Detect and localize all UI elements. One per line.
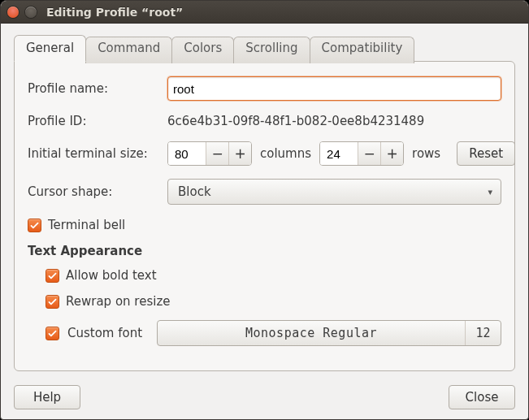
help-button[interactable]: Help [14, 385, 80, 409]
terminal-bell-label: Terminal bell [48, 218, 125, 232]
close-button[interactable]: Close [449, 385, 515, 409]
columns-stepper[interactable]: − + [167, 141, 252, 166]
allow-bold-checkbox[interactable] [46, 269, 59, 283]
rows-decrement[interactable]: − [358, 142, 380, 165]
tab-colors[interactable]: Colors [171, 37, 234, 63]
dialog-footer: Help Close [14, 377, 515, 409]
columns-increment[interactable]: + [228, 142, 251, 165]
tabs: General Command Colors Scrolling Compati… [14, 35, 515, 371]
titlebar: Editing Profile “root” [1, 1, 528, 24]
rewrap-label: Rewrap on resize [66, 294, 171, 309]
rows-label: rows [412, 146, 440, 161]
allow-bold-label: Allow bold text [66, 268, 157, 283]
rows-stepper[interactable]: − + [319, 141, 404, 166]
cursor-shape-value: Block [178, 184, 211, 199]
custom-font-name: Monospace Regular [158, 326, 465, 340]
tab-panel-general: Profile name: Profile ID: 6c6e4b31-09f8-… [14, 61, 515, 371]
columns-label: columns [260, 146, 311, 161]
check-icon [29, 220, 40, 231]
custom-font-button[interactable]: Monospace Regular 12 [157, 320, 501, 346]
check-icon [47, 297, 58, 307]
profile-name-input[interactable] [167, 76, 501, 101]
init-size-label: Initial terminal size: [28, 146, 167, 161]
cursor-shape-label: Cursor shape: [28, 184, 167, 199]
custom-font-label: Custom font [67, 326, 149, 340]
rows-increment[interactable]: + [380, 142, 403, 165]
tab-compatibility[interactable]: Compatibility [310, 37, 415, 63]
chevron-down-icon: ▾ [488, 187, 492, 197]
custom-font-checkbox[interactable] [46, 327, 59, 340]
rewrap-checkbox[interactable] [46, 295, 59, 309]
content: General Command Colors Scrolling Compati… [1, 24, 528, 419]
columns-value[interactable] [168, 142, 206, 165]
tab-scrolling[interactable]: Scrolling [233, 37, 310, 63]
window-title: Editing Profile “root” [46, 6, 183, 19]
custom-font-size: 12 [465, 321, 501, 345]
tab-command[interactable]: Command [85, 37, 172, 63]
text-appearance-heading: Text Appearance [28, 244, 501, 258]
profile-id-value: 6c6e4b31-09f8-48f1-b082-0ee8b4231489 [167, 114, 424, 128]
profile-id-label: Profile ID: [28, 114, 167, 128]
close-icon[interactable] [7, 6, 19, 18]
check-icon [47, 328, 58, 339]
window: Editing Profile “root” General Command C… [0, 0, 529, 420]
minimize-icon[interactable] [25, 6, 37, 18]
reset-button[interactable]: Reset [457, 141, 515, 166]
check-icon [47, 271, 58, 281]
cursor-shape-dropdown[interactable]: Block ▾ [167, 179, 501, 205]
columns-decrement[interactable]: − [206, 142, 228, 165]
profile-name-label: Profile name: [28, 81, 167, 96]
rows-value[interactable] [320, 142, 358, 165]
tab-general[interactable]: General [14, 35, 86, 62]
terminal-bell-checkbox[interactable] [28, 219, 41, 232]
